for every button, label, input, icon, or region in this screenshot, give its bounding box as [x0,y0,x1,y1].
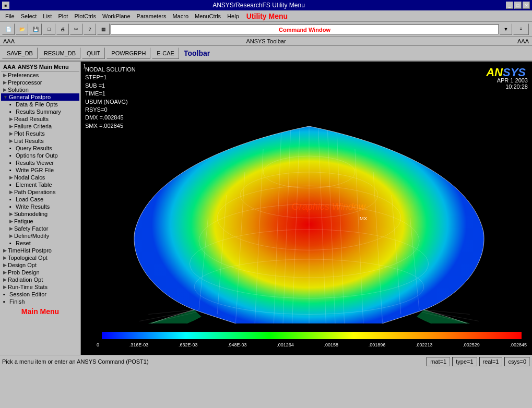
sidebar-item-results-viewer[interactable]: ▪ Results Viewer [1,159,79,166]
sidebar: AAA ANSYS Main Menu ▶ Preferences ▶ Prep… [0,62,81,355]
menu-plotctrls[interactable]: PlotCtrls [71,12,99,20]
sidebar-item-submodeling[interactable]: ▶ Submodeling [1,210,79,218]
sidebar-label-write-pgr-file: Write PGR File [16,167,54,173]
color-bar [102,332,522,339]
sidebar-item-topological-opt[interactable]: ▶ Topological Opt [1,254,79,261]
icon-load-case: ▪ [9,196,16,202]
icon-results-summary: ▪ [9,109,16,115]
step-value: STEP=1 [85,74,136,81]
toolbar-btn-grid[interactable]: ▦ [97,23,110,35]
menu-file[interactable]: File [2,12,18,20]
e-cae-button[interactable]: E-CAE [152,47,179,59]
sidebar-item-general-postpro[interactable]: ▼ General Postpro [1,93,79,101]
cb-val-7: .002213 [416,342,433,347]
expand-icon-nodal-calcs: ▶ [9,175,13,180]
menu-help[interactable]: Help [224,12,242,20]
menu-menuctrls[interactable]: MenuCtrls [192,12,224,20]
command-window-label[interactable]: Command Window [111,24,499,34]
sidebar-item-runtime-stats[interactable]: ▶ Run-Time Stats [1,283,79,291]
toolbar-btn-print[interactable]: 🖨 [56,23,69,35]
sidebar-item-data-file-opts[interactable]: ▪ Data & File Opts [1,101,79,108]
sidebar-aaa-label: AAA [3,64,16,70]
toolbar-btn-help[interactable]: ? [84,23,96,35]
sidebar-label-results-viewer: Results Viewer [16,160,54,166]
sidebar-item-nodal-calcs[interactable]: ▶ Nodal Calcs [1,174,79,181]
sidebar-item-preprocessor[interactable]: ▶ Preprocessor [1,79,79,86]
cb-val-5: .00158 [324,342,339,347]
toolbar-btn-4[interactable]: □ [43,23,55,35]
sidebar-item-results-summary[interactable]: ▪ Results Summary [1,108,79,115]
toolbar-btn-new[interactable]: 📄 [2,23,15,35]
cb-val-4: .001264 [277,342,294,347]
nodal-solution-label: NODAL SOLUTION [85,66,136,74]
sidebar-item-define-modify[interactable]: ▶ Define/Modify [1,232,79,239]
resum-db-button[interactable]: RESUM_DB [39,47,80,59]
minimize-button[interactable]: _ [506,2,513,9]
sidebar-item-session-editor[interactable]: ▪ Session Editor [1,291,79,298]
sidebar-label-safety-factor: Safety Factor [14,225,48,232]
time-label: TIME=1 [85,90,136,98]
toolbar-btn-6[interactable]: ✂ [70,23,82,35]
sidebar-item-load-case[interactable]: ▪ Load Case [1,196,79,203]
sidebar-label-fatigue: Fatigue [14,218,33,224]
menu-workplane[interactable]: WorkPlane [99,12,134,20]
sidebar-item-finish[interactable]: ▪ Finish [1,298,79,305]
sidebar-item-query-results[interactable]: ▪ Query Results [1,145,79,152]
icon-write-pgr-file: ▪ [9,167,16,173]
restore-button[interactable]: □ [514,2,522,9]
main-content: AAA ANSYS Main Menu ▶ Preferences ▶ Prep… [0,62,532,355]
sidebar-item-list-results[interactable]: ▶ List Results [1,137,79,145]
sidebar-item-write-pgr-file[interactable]: ▪ Write PGR File [1,166,79,174]
sidebar-item-prob-design[interactable]: ▶ Prob Design [1,269,79,276]
sidebar-item-solution[interactable]: ▶ Solution [1,86,79,93]
sidebar-item-options-outp[interactable]: ▪ Options for Outp [1,152,79,159]
sidebar-item-preferences[interactable]: ▶ Preferences [1,71,79,79]
powrgrph-button[interactable]: POWRGRPH [107,47,150,59]
expand-icon-submodeling: ▶ [9,211,13,217]
sidebar-item-failure-criteria[interactable]: ▶ Failure Criteria [1,123,79,130]
sidebar-label-data-file-opts: Data & File Opts [16,101,58,107]
toolbar-extra-btn[interactable]: ≡ [513,23,529,35]
icon-element-table: ▪ [9,182,16,188]
graphics-area[interactable]: 1 ANSYS APR 1 2003 10:20:28 NODAL SOLUTI… [81,62,532,355]
quit-button[interactable]: QUIT [82,47,105,59]
sidebar-item-reset[interactable]: ▪ Reset [1,239,79,247]
expand-icon-general-postpro: ▼ [3,94,8,100]
status-mat: mat=1 [427,357,450,366]
expand-icon-radiation-opt: ▶ [3,277,7,282]
sidebar-item-safety-factor[interactable]: ▶ Safety Factor [1,225,79,232]
menu-macro[interactable]: Macro [169,12,192,20]
toolbar-btn-open[interactable]: 📂 [16,23,28,35]
toolbar-dropdown-btn[interactable]: ▼ [500,23,512,35]
menu-list[interactable]: List [40,12,55,20]
expand-icon-prob-design: ▶ [3,270,7,275]
sidebar-item-write-results[interactable]: ▪ Write Results [1,203,79,210]
menu-parameters[interactable]: Parameters [134,12,170,20]
sidebar-item-timehist-postpro[interactable]: ▶ TimeHist Postpro [1,247,79,254]
expand-icon-fatigue: ▶ [9,219,13,224]
toolbar-btn-save[interactable]: 💾 [29,23,42,35]
save-db-button[interactable]: SAVE_DB [2,47,38,59]
sidebar-item-read-results[interactable]: ▶ Read Results [1,115,79,123]
sidebar-label-results-summary: Results Summary [16,109,61,115]
sidebar-item-radiation-opt[interactable]: ▶ Radiation Opt [1,276,79,283]
time-value: 10:20:28 [497,83,528,90]
sidebar-item-element-table[interactable]: ▪ Element Table [1,181,79,188]
sidebar-item-plot-results[interactable]: ▶ Plot Results [1,130,79,137]
sidebar-item-fatigue[interactable]: ▶ Fatigue [1,218,79,225]
menu-plot[interactable]: Plot [55,12,71,20]
sidebar-label-preprocessor: Preprocessor [8,79,42,86]
menu-select[interactable]: Select [18,12,40,20]
cb-val-3: .948E-03 [228,342,247,347]
sidebar-label-finish: Finish [9,298,25,305]
mx-text: MX [360,215,368,221]
sidebar-item-path-operations[interactable]: ▶ Path Operations [1,188,79,196]
expand-icon-topological: ▶ [3,255,7,260]
sidebar-item-design-opt[interactable]: ▶ Design Opt [1,261,79,269]
status-csys: csys=0 [504,357,530,366]
status-message: Pick a menu item or enter an ANSYS Comma… [2,358,424,365]
toolbar-label: Toolbar [184,49,210,57]
close-button[interactable]: ✕ [523,2,530,9]
expand-icon-preferences: ▶ [3,73,7,78]
aaa-label-right: AAA [517,38,529,44]
